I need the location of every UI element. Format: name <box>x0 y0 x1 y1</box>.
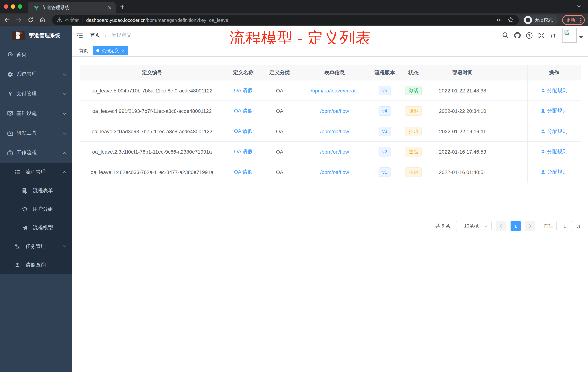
tree-icon <box>15 243 20 249</box>
sidebar-item-system[interactable]: 系统管理 <box>0 65 72 84</box>
total-count: 共 5 条 <box>435 223 450 229</box>
assign-rule-link[interactable]: 分配规则 <box>527 87 581 94</box>
form-link[interactable]: /bpm/oa/flow <box>320 149 349 154</box>
tag-close-icon[interactable]: ✕ <box>121 48 125 53</box>
next-page-button[interactable] <box>525 221 535 231</box>
sidebar-item-user-group[interactable]: 用户分组 <box>0 200 72 219</box>
toolbox-icon <box>7 130 13 136</box>
sidebar-item-process-model[interactable]: 流程模型 <box>0 219 72 237</box>
active-dot <box>96 49 99 52</box>
user-icon <box>541 109 545 113</box>
font-size-icon[interactable]: ᴛT <box>547 32 559 38</box>
github-icon[interactable] <box>511 32 523 39</box>
broken-image-icon <box>563 29 570 36</box>
sidebar-item-infra[interactable]: 基础设施 <box>0 104 72 123</box>
breadcrumb: 首页 / 流程定义 <box>90 32 131 39</box>
breadcrumb-home[interactable]: 首页 <box>90 32 100 38</box>
workflow-submenu: 流程管理 流程表单 用户分组 流程模型 <box>0 163 72 274</box>
minimize-window-button[interactable] <box>11 4 15 9</box>
table-header: 定义编号 定义名称 定义分类 表单信息 流程版本 状态 部署时间 操作 <box>80 65 581 80</box>
breadcrumb-current: 流程定义 <box>111 32 131 38</box>
tab-close-icon[interactable]: ✕ <box>107 5 112 10</box>
screen: 芋道管理系统 ✕ + 不安全 dashboard.yudao.iocoder.c… <box>0 0 588 372</box>
tag-home[interactable]: 首页 <box>76 46 91 55</box>
version-badge: v2 <box>378 147 391 156</box>
definition-name-link[interactable]: OA 请假 <box>234 128 253 134</box>
definition-name-link[interactable]: OA 请假 <box>234 169 253 175</box>
main: 首页 / 流程定义 ? ᴛT 流程模型 - 定义列表 首页 流程定义✕ <box>72 26 588 372</box>
sidebar-item-payment[interactable]: ¥ 支付管理 <box>0 84 72 104</box>
zoom-window-button[interactable] <box>18 4 22 9</box>
page-size-select[interactable]: 10条/页 <box>456 221 492 231</box>
definition-name-link[interactable]: OA 请假 <box>234 148 253 154</box>
logo[interactable]: 芋道管理系统 <box>0 26 72 45</box>
logo-image <box>12 31 25 40</box>
prev-page-button[interactable] <box>496 221 506 231</box>
sidebar-item-task-mgmt[interactable]: 任务管理 <box>0 237 72 255</box>
user-icon <box>15 262 20 268</box>
reload-button[interactable] <box>28 17 34 23</box>
briefcase-icon <box>7 150 13 156</box>
sidebar-item-leave-query[interactable]: 请假查询 <box>0 255 72 274</box>
assign-rule-link[interactable]: 分配规则 <box>527 108 581 114</box>
sidebar-item-process-mgmt[interactable]: 流程管理 <box>0 163 72 181</box>
assign-rule-link[interactable]: 分配规则 <box>527 169 581 175</box>
table-row: oa_leave:1:482ec033-762a-11ec-8477-a2380… <box>80 162 581 182</box>
address-bar[interactable]: 不安全 dashboard.yudao.iocoder.cn/bpm/manag… <box>52 15 519 25</box>
avatar[interactable] <box>562 28 577 43</box>
dashboard-icon <box>7 52 13 57</box>
divider <box>83 17 83 22</box>
browser-menu-icon[interactable] <box>580 18 581 23</box>
fullscreen-icon[interactable] <box>535 32 547 39</box>
assign-rule-link[interactable]: 分配规则 <box>527 148 581 155</box>
sidebar-item-workflow[interactable]: 工作流程 <box>0 143 72 163</box>
incognito-icon <box>525 18 531 22</box>
form-icon <box>22 188 28 194</box>
tag-process-definition[interactable]: 流程定义✕ <box>93 46 128 55</box>
url-text[interactable]: dashboard.yudao.iocoder.cn/bpm/manager/d… <box>86 17 228 23</box>
logo-title: 芋道管理系统 <box>29 32 60 39</box>
home-button[interactable] <box>39 17 45 23</box>
assign-rule-link[interactable]: 分配规则 <box>527 128 581 134</box>
security-label[interactable]: 不安全 <box>65 17 79 23</box>
update-button[interactable]: 更新 <box>562 15 585 25</box>
back-button[interactable] <box>4 17 10 23</box>
goto-page-input[interactable]: 1 <box>556 221 573 231</box>
browser-tab[interactable]: 芋道管理系统 ✕ <box>28 2 116 13</box>
definition-name-link[interactable]: OA 请假 <box>234 87 253 93</box>
fixed-column-divider <box>527 65 528 183</box>
form-link[interactable]: /bpm/oa/flow <box>320 128 349 134</box>
current-page[interactable]: 1 <box>511 221 521 231</box>
close-window-button[interactable] <box>4 4 8 9</box>
definition-name-link[interactable]: OA 请假 <box>234 108 253 113</box>
form-link[interactable]: /bpm/oa/leave/create <box>311 88 358 93</box>
tab-title: 芋道管理系统 <box>42 5 69 11</box>
bookmark-star-icon[interactable] <box>508 17 514 23</box>
password-key-icon[interactable] <box>496 17 503 23</box>
user-group-icon <box>22 206 28 212</box>
version-badge: v4 <box>378 106 391 116</box>
help-icon[interactable]: ? <box>523 32 535 39</box>
svg-text:?: ? <box>528 33 530 37</box>
status-badge: 激活 <box>405 86 422 95</box>
sidebar-item-devtools[interactable]: 研发工具 <box>0 123 72 143</box>
incognito-badge[interactable]: 无痕模式 <box>523 15 558 25</box>
form-link[interactable]: /bpm/oa/flow <box>320 169 349 175</box>
tab-search-caret-icon[interactable] <box>577 5 581 8</box>
page-suffix: 页 <box>576 223 581 229</box>
table-row: oa_leave:5:004b710b-7b8a-11ec-8ef0-acde4… <box>80 80 581 101</box>
app: 芋道管理系统 首页 系统管理 ¥ 支付管理 <box>0 26 588 372</box>
chevron-down-icon <box>63 132 67 134</box>
chevron-down-icon <box>484 225 488 228</box>
forward-button[interactable] <box>16 17 22 23</box>
list-icon <box>15 169 20 175</box>
form-link[interactable]: /bpm/oa/flow <box>320 108 349 114</box>
sidebar-item-home[interactable]: 首页 <box>0 45 72 65</box>
hamburger-icon[interactable] <box>76 32 83 39</box>
avatar-caret-icon[interactable] <box>579 36 583 39</box>
sidebar-item-process-form[interactable]: 流程表单 <box>0 181 72 200</box>
new-tab-button[interactable]: + <box>120 3 125 11</box>
table-row: oa_leave:2:3c1f0ef1-76b1-11ec-9c66-a2380… <box>80 142 581 162</box>
search-icon[interactable] <box>499 32 511 39</box>
chevron-up-icon <box>63 171 67 173</box>
